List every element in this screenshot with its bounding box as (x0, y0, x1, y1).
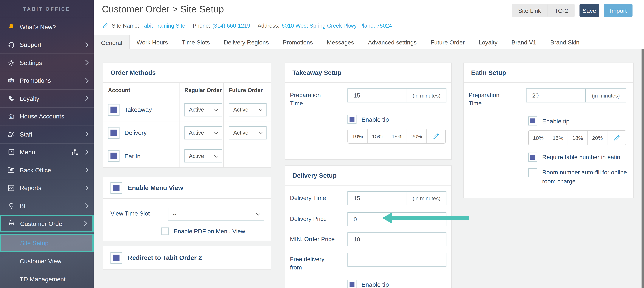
takeaway-setup-title: Takeaway Setup (285, 63, 451, 83)
tab-future-order[interactable]: Future Order (424, 35, 472, 49)
regular-order-select-eat-in[interactable]: Active (184, 149, 222, 163)
sidebar-item-support[interactable]: Support (0, 36, 94, 54)
sidebar-item-customer-view[interactable]: Customer View (0, 252, 94, 270)
room-autofill-checkbox[interactable] (528, 168, 537, 177)
sidebar-item-td-management[interactable]: TD Management (0, 270, 94, 288)
delivery-price-input[interactable] (348, 212, 446, 226)
sale-icon: SALE (6, 76, 16, 85)
chevron-right-icon (85, 42, 89, 48)
eatin-setup-panel: Eatin Setup Preparation Time (in minutes… (463, 63, 634, 198)
folder-icon (6, 166, 16, 174)
menu-book-icon (6, 148, 16, 156)
site-name-value[interactable]: Tabit Training Site (141, 23, 185, 29)
import-button[interactable]: Import (604, 4, 632, 17)
sidebar-item-bi[interactable]: BI (0, 197, 94, 215)
sidebar-item-loyalty[interactable]: Loyalty (0, 89, 94, 107)
eatin-tip-edit-pencil-icon[interactable] (608, 131, 626, 145)
enable-pdf-checkbox[interactable] (162, 227, 169, 235)
tab-advanced-settings[interactable]: Advanced settings (361, 35, 424, 49)
eat-in-checkbox[interactable] (108, 150, 120, 162)
sidebar-item-reports[interactable]: Reports (0, 179, 94, 197)
sidebar-item-staff[interactable]: Staff (0, 125, 94, 143)
regular-order-select-takeaway[interactable]: Active (184, 103, 222, 116)
future-order-select-delivery[interactable]: Active (229, 126, 266, 139)
delivery-price-label: Delivery Price (290, 212, 348, 223)
min-order-price-input[interactable] (348, 232, 446, 246)
delivery-time-input[interactable] (348, 191, 407, 205)
tab-work-hours[interactable]: Work Hours (130, 35, 175, 49)
eatin-prep-time-input[interactable] (526, 88, 586, 102)
tab-delivery-regions[interactable]: Delivery Regions (217, 35, 276, 49)
eat-in-label: Eat In (124, 152, 140, 159)
eatin-enable-tip-checkbox[interactable] (528, 116, 537, 125)
require-table-number-checkbox[interactable] (528, 153, 537, 162)
people-icon (6, 130, 16, 138)
tab-time-slots[interactable]: Time Slots (175, 35, 217, 49)
edit-pencil-icon[interactable] (102, 22, 108, 29)
sidebar-item-label: Site Setup (20, 239, 48, 246)
enable-menu-view-checkbox[interactable] (110, 182, 122, 194)
view-time-slot-select[interactable]: -- (168, 207, 264, 221)
free-delivery-from-input[interactable] (348, 253, 446, 267)
sidebar-item-promotions[interactable]: SALEPromotions (0, 71, 94, 89)
eatin-tip-option[interactable]: 20% (588, 131, 608, 145)
site-link-group: Site Link TO-2 (512, 4, 575, 17)
chevron-right-icon (85, 185, 89, 191)
chevron-down-icon (256, 211, 260, 217)
address-value[interactable]: 6010 West Spring Creek Pkwy, Plano, 7502… (282, 23, 392, 29)
sidebar-item-back-office[interactable]: Back Office (0, 161, 94, 179)
takeaway-tip-option[interactable]: 10% (348, 129, 368, 143)
sidebar-item-house-accounts[interactable]: $House Accounts (0, 107, 94, 125)
delivery-setup-title: Delivery Setup (285, 166, 451, 186)
toolbar: Site Link TO-2 Save Import (512, 4, 632, 17)
takeaway-tip-option[interactable]: 20% (407, 129, 427, 143)
tab-loyalty[interactable]: Loyalty (472, 35, 504, 49)
sidebar-item-customer-order[interactable]: Customer Order (0, 214, 94, 232)
future-order-select-takeaway[interactable]: Active (229, 103, 266, 116)
future-order-cell: Active (224, 98, 271, 121)
tab-brand-v1[interactable]: Brand V1 (504, 35, 543, 49)
delivery-checkbox[interactable] (108, 127, 120, 138)
phone-value[interactable]: (314) 660-1219 (212, 23, 250, 29)
sidebar-item-whats-new[interactable]: What's New? (0, 18, 94, 36)
sidebar-item-site-setup[interactable]: Site Setup (0, 234, 94, 252)
tab-messages[interactable]: Messages (320, 35, 361, 49)
order-methods-column-header: Regular Order (180, 83, 224, 98)
sidebar-item-settings[interactable]: Settings (0, 54, 94, 71)
save-button[interactable]: Save (580, 4, 599, 17)
eatin-tip-option[interactable]: 18% (568, 131, 588, 145)
sidebar-item-label: Promotions (20, 77, 51, 84)
redirect-label: Redirect to Tabit Order 2 (128, 254, 202, 262)
chevron-right-icon (85, 60, 89, 65)
menu-view-header: Enable Menu View (103, 177, 271, 199)
to2-button[interactable]: TO-2 (548, 4, 575, 17)
tab-general[interactable]: General (94, 35, 130, 50)
takeaway-minutes-suffix: (in minutes) (406, 88, 446, 102)
address-label: Address: (258, 23, 280, 29)
delivery-enable-tip-checkbox[interactable] (348, 280, 356, 288)
site-link-button[interactable]: Site Link (512, 4, 548, 17)
regular-order-cell: Active (180, 145, 224, 168)
tab-promotions[interactable]: Promotions (276, 35, 320, 49)
regular-order-select-delivery[interactable]: Active (184, 126, 222, 139)
takeaway-tip-option[interactable]: 18% (387, 129, 407, 143)
future-order-cell (224, 145, 271, 168)
takeaway-tip-edit-pencil-icon[interactable] (427, 129, 445, 143)
delivery-time-label: Delivery Time (290, 191, 348, 202)
takeaway-enable-tip-checkbox[interactable] (348, 115, 356, 124)
takeaway-prep-time-input[interactable] (348, 88, 407, 102)
takeaway-tip-option[interactable]: 15% (368, 129, 387, 143)
sidebar-item-menu[interactable]: Menu (0, 143, 94, 161)
vertical-scrollbar[interactable] (642, 49, 644, 288)
redirect-checkbox[interactable] (110, 252, 122, 264)
select-value: Active (233, 106, 248, 113)
tab-brand-skin[interactable]: Brand Skin (543, 35, 586, 49)
report-chart-icon (6, 184, 16, 192)
delivery-minutes-suffix: (in minutes) (406, 191, 446, 205)
eatin-enable-tip-label: Enable tip (542, 117, 570, 124)
eatin-tip-option[interactable]: 10% (528, 131, 548, 145)
eatin-tip-option[interactable]: 15% (548, 131, 568, 145)
takeaway-checkbox[interactable] (108, 104, 120, 115)
chevron-right-icon (85, 78, 89, 83)
sidebar-item-label: Back Office (20, 167, 51, 174)
